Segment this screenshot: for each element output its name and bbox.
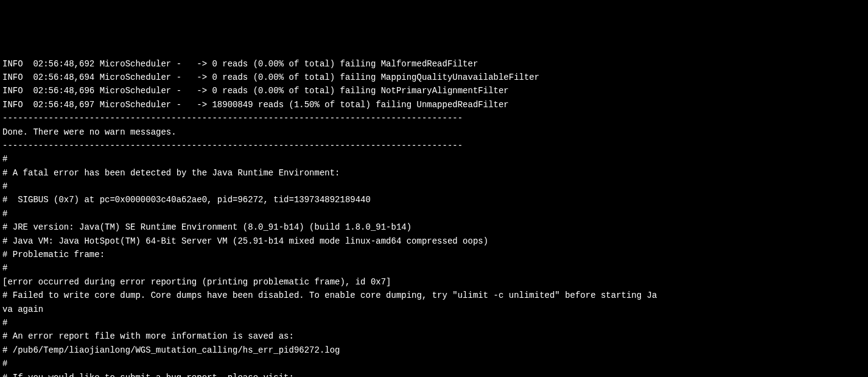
terminal-line: # JRE version: Java(TM) SE Runtime Envir… bbox=[2, 220, 866, 234]
terminal-line: # Failed to write core dump. Core dumps … bbox=[2, 289, 866, 302]
terminal-line: # bbox=[2, 357, 866, 370]
terminal-line: ----------------------------------------… bbox=[2, 139, 866, 152]
terminal-line: va again bbox=[2, 303, 866, 316]
terminal-line: INFO 02:56:48,694 MicroScheduler - -> 0 … bbox=[2, 71, 866, 84]
terminal-line: Done. There were no warn messages. bbox=[2, 125, 866, 139]
terminal-line: # bbox=[2, 261, 866, 275]
terminal-line: # /pub6/Temp/liaojianlong/WGS_mutation_c… bbox=[2, 344, 866, 357]
terminal-line: [error occurred during error reporting (… bbox=[2, 275, 866, 289]
terminal-line: # Problematic frame: bbox=[2, 248, 866, 261]
terminal-line: # bbox=[2, 316, 866, 329]
terminal-line: INFO 02:56:48,696 MicroScheduler - -> 0 … bbox=[2, 84, 866, 97]
terminal-line: # SIGBUS (0x7) at pc=0x0000003c40a62ae0,… bbox=[2, 193, 866, 206]
terminal-line: # Java VM: Java HotSpot(TM) 64-Bit Serve… bbox=[2, 234, 866, 248]
terminal-line: # bbox=[2, 180, 866, 193]
terminal-output: INFO 02:56:48,692 MicroScheduler - -> 0 … bbox=[2, 57, 866, 377]
terminal-line: # An error report file with more informa… bbox=[2, 329, 866, 343]
terminal-line: # bbox=[2, 152, 866, 166]
terminal-line: # A fatal error has been detected by the… bbox=[2, 166, 866, 180]
terminal-line: INFO 02:56:48,692 MicroScheduler - -> 0 … bbox=[2, 57, 866, 71]
terminal-line: # bbox=[2, 207, 866, 220]
terminal-line: # If you would like to submit a bug repo… bbox=[2, 371, 866, 377]
terminal-line: ----------------------------------------… bbox=[2, 111, 866, 125]
terminal-line: INFO 02:56:48,697 MicroScheduler - -> 18… bbox=[2, 98, 866, 111]
